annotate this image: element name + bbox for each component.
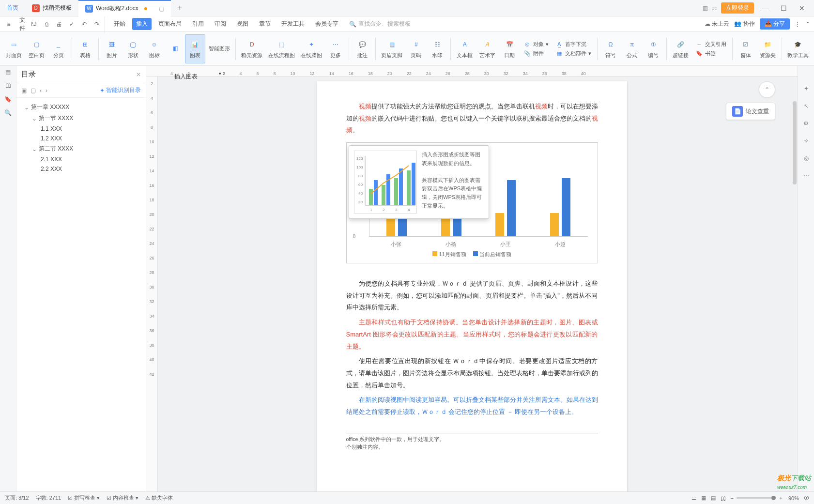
toc-expand-icon[interactable]: ▢ (31, 87, 36, 94)
search-rail-icon[interactable]: 🔍 (4, 109, 12, 116)
rb-symbol[interactable]: Ω符号 (600, 34, 621, 63)
rb-smartshape[interactable]: ◧ (166, 34, 186, 63)
rb-resource[interactable]: 📁资源夹 (757, 34, 779, 63)
ruler-horizontal[interactable]: 42▾ 246810121416182022242628303234363840 (146, 66, 798, 76)
rb-date[interactable]: 📅日期 (499, 34, 520, 63)
menu-view[interactable]: 视图 (233, 18, 252, 30)
login-button[interactable]: 立即登录 (721, 2, 754, 14)
pane-layout-icon[interactable]: ▥ (703, 5, 708, 12)
toc-node[interactable]: 2.1 XXX (21, 154, 141, 164)
rb-comment[interactable]: 💬批注 (352, 34, 372, 63)
zoom-slider[interactable]: −＋ (731, 494, 783, 502)
status-content[interactable]: ☑ 内容检查 ▾ (107, 494, 138, 502)
status-spell[interactable]: ☑ 拼写检查 ▾ (68, 494, 100, 502)
rb-shape[interactable]: ◯形状 (123, 34, 143, 63)
rb-break[interactable]: ⎯分页 (48, 34, 69, 63)
print-preview-icon[interactable]: ⎙ (42, 21, 51, 28)
menu-start[interactable]: 开始 (110, 18, 129, 30)
save-icon[interactable]: 🖫 (29, 21, 39, 28)
rb-flowchart[interactable]: ⬚在线流程图 (266, 34, 297, 63)
float-up-icon[interactable]: ⌃ (759, 81, 775, 98)
add-tab-button[interactable]: ＋ (171, 3, 188, 13)
smart-toc-button[interactable]: ✦ 智能识别目录 (100, 86, 141, 94)
toc-close-icon[interactable]: ✕ (136, 71, 141, 78)
menu-section[interactable]: 章节 (255, 18, 275, 30)
rb-form[interactable]: ☑窗体 (736, 34, 756, 63)
tab-templates[interactable]: D 找稻壳模板 (25, 0, 78, 16)
command-search[interactable]: 🔍 查找命令、搜索模板 (349, 20, 411, 28)
cloud-status[interactable]: ☁ 未上云 (705, 20, 729, 28)
rb-wordart[interactable]: A艺术字 (476, 34, 498, 63)
menu-reference[interactable]: 引用 (188, 18, 208, 30)
rb-smartart[interactable]: 智能图形 (206, 34, 233, 63)
grid-icon[interactable]: ⚏ (712, 5, 717, 12)
rr-settings-icon[interactable]: ⚙ (803, 120, 809, 127)
close-window-button[interactable]: ✕ (795, 4, 809, 12)
toc-node[interactable]: ⌄第二节 XXXX (21, 143, 141, 154)
rb-teach[interactable]: 🎓教学工具 (784, 34, 811, 63)
qa-icon[interactable]: ✓ (67, 21, 77, 28)
rb-headerfooter[interactable]: ▤页眉页脚 (379, 34, 405, 63)
minimize-button[interactable]: — (758, 4, 772, 12)
rb-picture[interactable]: 🖼图片 (102, 34, 122, 63)
menu-insert[interactable]: 插入 (132, 18, 152, 30)
rb-pagenum[interactable]: #页码 (406, 34, 426, 63)
redo-icon[interactable]: ↷ (92, 21, 102, 28)
menu-vip[interactable]: 会员专享 (311, 18, 342, 30)
view-mode-icon[interactable]: ☰ (691, 495, 696, 501)
menu-pagelayout[interactable]: 页面布局 (154, 18, 185, 30)
collapse-ribbon-icon[interactable]: ⌃ (805, 21, 810, 28)
status-font[interactable]: ⚠ 缺失字体 (145, 494, 173, 502)
rb-textbox[interactable]: A文本框 (454, 34, 476, 63)
rb-object[interactable]: ◎对象 ▾ (523, 41, 549, 48)
toc-node[interactable]: 1.2 XXX (21, 134, 141, 143)
toc-next-icon[interactable]: › (46, 87, 47, 94)
menu-devtools[interactable]: 开发工具 (277, 18, 308, 30)
rb-number[interactable]: ①编号 (643, 34, 663, 63)
zoom-reset-icon[interactable]: ⦿ (804, 495, 809, 501)
rb-docpart[interactable]: ▦文档部件 ▾ (555, 50, 591, 57)
tab-document[interactable]: W Word教程2.docx ▢ (78, 0, 171, 16)
rb-watermark[interactable]: ☷水印 (427, 34, 447, 63)
rb-formula[interactable]: π公式 (622, 34, 642, 63)
rb-docer[interactable]: D稻壳资源 (239, 34, 265, 63)
toc-node[interactable]: 1.1 XXX (21, 124, 141, 134)
ruler-vertical[interactable]: 24681012141618202224262830323436384042 (146, 76, 158, 491)
view-read-icon[interactable]: 🕮 (721, 495, 726, 501)
rb-attach[interactable]: 📎附件 (523, 50, 549, 57)
rb-bookmark[interactable]: 🔖书签 (695, 50, 726, 57)
rr-cursor-icon[interactable]: ↖ (804, 103, 809, 109)
coop-button[interactable]: 👥 协作 (734, 20, 754, 28)
menu-review[interactable]: 审阅 (211, 18, 230, 30)
file-menu[interactable]: 文件 (16, 15, 26, 33)
toc-node[interactable]: ⌄第一章 XXXXX (21, 102, 141, 113)
status-page[interactable]: 页面: 3/12 (5, 494, 29, 502)
more-menu-icon[interactable]: ⋮ (795, 21, 800, 28)
zoom-value[interactable]: 90% (788, 495, 799, 501)
bookmark-rail-icon[interactable]: 🕮 (5, 82, 11, 89)
undo-icon[interactable]: ↶ (79, 21, 89, 28)
share-button[interactable]: 📤 分享 (760, 18, 790, 30)
toc-node[interactable]: ⌄第一节 XXXX (21, 113, 141, 124)
rb-more[interactable]: ⋯更多 (325, 34, 346, 63)
rb-crossref[interactable]: ↔交叉引用 (695, 41, 726, 48)
tab-home[interactable]: 首页 (0, 0, 25, 16)
view-web-icon[interactable]: ▤ (711, 495, 716, 501)
rb-cover[interactable]: ▭封面页 (3, 34, 25, 63)
document-page[interactable]: 视频提供了功能强大的方法帮助您证明您的观点。当您单击联机视频时，可以在想要添加的… (317, 81, 627, 491)
toc-collapse-icon[interactable]: ▣ (21, 87, 27, 94)
bookmark-icon[interactable]: 🔖 (4, 96, 12, 103)
rb-chart[interactable]: 📊图表 (185, 34, 205, 63)
rr-target-icon[interactable]: ◎ (804, 155, 809, 162)
hamburger-icon[interactable]: ≡ (4, 21, 14, 28)
toc-node[interactable]: 2.2 XXX (21, 164, 141, 174)
rb-blank[interactable]: ▢空白页 (26, 34, 47, 63)
print-icon[interactable]: 🖨 (54, 21, 64, 28)
rr-sparkle-icon[interactable]: ✧ (804, 137, 809, 144)
rr-icon[interactable]: ✦ (804, 85, 809, 92)
maximize-button[interactable]: ☐ (776, 4, 791, 12)
rb-icon[interactable]: ☺图标 (144, 34, 165, 63)
thesis-check-button[interactable]: 📄论文查重 (726, 103, 775, 120)
view-print-icon[interactable]: ▦ (701, 495, 706, 501)
scrollbar-thumb[interactable] (793, 101, 797, 184)
